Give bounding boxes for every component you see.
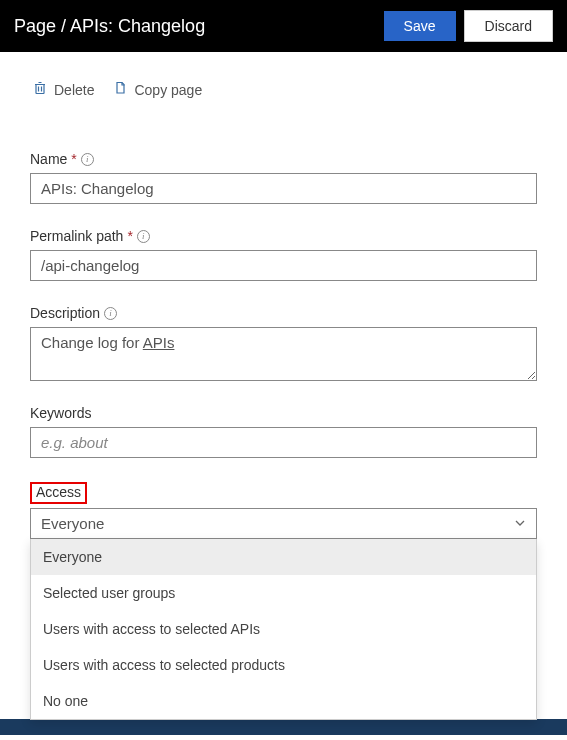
- description-field: Description i Change log for APIs: [30, 305, 537, 381]
- access-select: Everyone Everyone Selected user groups U…: [30, 508, 537, 539]
- header-bar: Page / APIs: Changelog Save Discard: [0, 0, 567, 52]
- delete-label: Delete: [54, 82, 94, 98]
- access-label-highlight: Access: [30, 482, 87, 504]
- copy-label: Copy page: [134, 82, 202, 98]
- permalink-label-row: Permalink path * i: [30, 228, 537, 244]
- form: Name * i Permalink path * i Description …: [0, 107, 567, 539]
- access-field: Access Everyone Everyone Selected user g…: [30, 482, 537, 539]
- permalink-field: Permalink path * i: [30, 228, 537, 281]
- info-icon[interactable]: i: [104, 307, 117, 320]
- required-marker: *: [71, 151, 76, 167]
- keywords-label-row: Keywords: [30, 405, 537, 421]
- access-option[interactable]: Everyone: [31, 539, 536, 575]
- name-input[interactable]: [30, 173, 537, 204]
- description-label-row: Description i: [30, 305, 537, 321]
- info-icon[interactable]: i: [81, 153, 94, 166]
- permalink-input[interactable]: [30, 250, 537, 281]
- description-input[interactable]: Change log for APIs: [30, 327, 537, 381]
- description-label: Description: [30, 305, 100, 321]
- access-label: Access: [36, 484, 81, 500]
- access-select-display[interactable]: Everyone: [30, 508, 537, 539]
- page-title: Page / APIs: Changelog: [14, 16, 376, 37]
- name-label-row: Name * i: [30, 151, 537, 167]
- keywords-input[interactable]: [30, 427, 537, 458]
- access-option[interactable]: No one: [31, 683, 536, 719]
- access-option[interactable]: Users with access to selected products: [31, 647, 536, 683]
- access-option[interactable]: Users with access to selected APIs: [31, 611, 536, 647]
- trash-icon: [32, 80, 48, 99]
- svg-rect-0: [36, 85, 44, 94]
- discard-button[interactable]: Discard: [464, 10, 553, 42]
- access-selected-value: Everyone: [41, 515, 104, 532]
- description-text-prefix: Change log for: [41, 334, 143, 351]
- name-label: Name: [30, 151, 67, 167]
- info-icon[interactable]: i: [137, 230, 150, 243]
- required-marker: *: [127, 228, 132, 244]
- save-button[interactable]: Save: [384, 11, 456, 41]
- keywords-label: Keywords: [30, 405, 91, 421]
- keywords-field: Keywords: [30, 405, 537, 458]
- name-field: Name * i: [30, 151, 537, 204]
- delete-button[interactable]: Delete: [32, 80, 94, 99]
- copy-page-button[interactable]: Copy page: [112, 80, 202, 99]
- description-text-underlined: APIs: [143, 334, 175, 351]
- toolbar: Delete Copy page: [0, 52, 567, 107]
- permalink-label: Permalink path: [30, 228, 123, 244]
- access-option[interactable]: Selected user groups: [31, 575, 536, 611]
- copy-icon: [112, 80, 128, 99]
- footer-bar: [0, 719, 567, 735]
- chevron-down-icon: [514, 515, 526, 532]
- access-dropdown: Everyone Selected user groups Users with…: [30, 539, 537, 720]
